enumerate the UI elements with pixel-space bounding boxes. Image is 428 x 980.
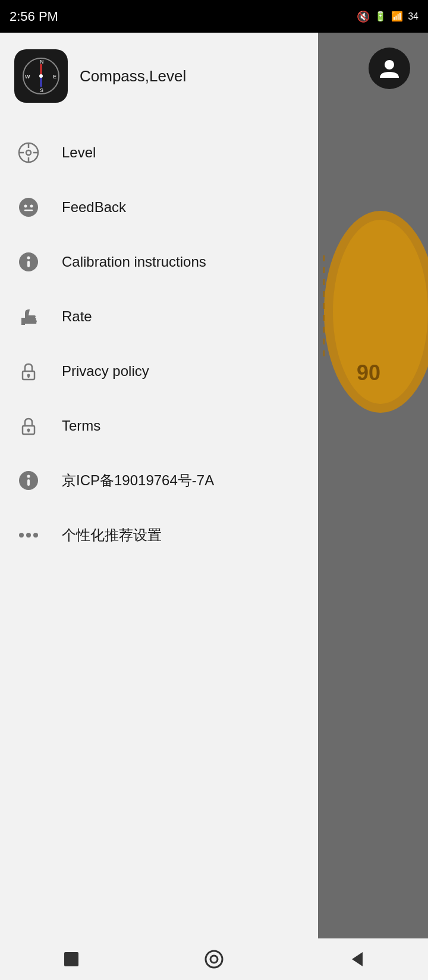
drawer-panel: N S W E Compass,Level [0, 0, 318, 938]
svg-point-12 [385, 60, 394, 69]
menu-label-privacy: Privacy policy [62, 363, 149, 380]
wifi-icon: 📶 [391, 11, 403, 22]
lock2-icon [14, 412, 43, 440]
svg-rect-33 [27, 261, 30, 267]
menu-item-feedback[interactable]: FeedBack [0, 180, 318, 235]
svg-point-20 [39, 74, 43, 78]
menu-list: Level FeedBack [0, 125, 318, 562]
menu-label-feedback: FeedBack [62, 199, 126, 216]
menu-item-level[interactable]: Level [0, 125, 318, 180]
svg-marker-49 [352, 952, 363, 966]
battery-icon: 🔋 [374, 11, 386, 22]
menu-label-rate: Rate [62, 308, 92, 325]
svg-text:90: 90 [357, 361, 380, 385]
info-circle2-icon [14, 466, 43, 495]
app-title: Compass,Level [80, 67, 186, 86]
svg-point-32 [27, 257, 30, 260]
menu-item-icp[interactable]: 京ICP备19019764号-7A [0, 453, 318, 508]
battery-percent: 34 [408, 11, 418, 22]
app-header: N S W E Compass,Level [0, 33, 318, 119]
status-icons: 🔇 🔋 📶 34 [357, 10, 418, 23]
svg-point-47 [206, 951, 222, 968]
mute-icon: 🔇 [357, 10, 370, 23]
svg-point-29 [30, 205, 33, 208]
ghost-icon [14, 193, 43, 222]
status-time: 2:56 PM [10, 9, 58, 24]
nav-square-button[interactable] [56, 944, 86, 974]
crosshair-icon [14, 138, 43, 167]
svg-rect-46 [64, 952, 78, 966]
svg-point-22 [26, 150, 31, 155]
nav-back-button[interactable] [342, 944, 372, 974]
svg-point-28 [24, 205, 27, 208]
menu-item-rate[interactable]: Rate [0, 289, 318, 344]
menu-item-calibration[interactable]: Calibration instructions [0, 235, 318, 289]
svg-text:E: E [53, 74, 56, 80]
nav-bar [0, 938, 428, 980]
svg-rect-36 [28, 375, 30, 378]
menu-item-privacy[interactable]: Privacy policy [0, 344, 318, 399]
status-bar: 2:56 PM 🔇 🔋 📶 34 [0, 0, 428, 33]
menu-item-terms[interactable]: Terms [0, 399, 318, 453]
avatar [369, 48, 410, 89]
svg-point-45 [33, 533, 38, 538]
svg-point-41 [27, 475, 30, 478]
menu-item-personalized[interactable]: 个性化推荐设置 [0, 508, 318, 562]
menu-label-personalized: 个性化推荐设置 [62, 526, 162, 545]
svg-rect-42 [27, 479, 30, 486]
svg-point-48 [210, 956, 218, 963]
menu-label-icp: 京ICP备19019764号-7A [62, 471, 214, 490]
thumbs-up-icon [14, 302, 43, 331]
lock-icon [14, 357, 43, 385]
menu-label-calibration: Calibration instructions [62, 254, 206, 270]
background-panel: 90 [315, 0, 428, 938]
svg-point-27 [19, 198, 38, 217]
svg-point-44 [26, 533, 31, 538]
svg-text:N: N [40, 59, 44, 65]
coin-image: 90 [321, 208, 428, 416]
svg-text:S: S [40, 87, 43, 93]
svg-text:W: W [25, 74, 30, 80]
drawer-content: N S W E Compass,Level [0, 0, 318, 562]
app-icon: N S W E [14, 49, 68, 103]
menu-label-terms: Terms [62, 418, 100, 434]
dots-icon [14, 521, 43, 549]
svg-rect-39 [28, 430, 30, 432]
info-circle-icon [14, 248, 43, 276]
nav-home-button[interactable] [199, 944, 229, 974]
menu-label-level: Level [62, 144, 96, 161]
svg-point-43 [19, 533, 24, 538]
